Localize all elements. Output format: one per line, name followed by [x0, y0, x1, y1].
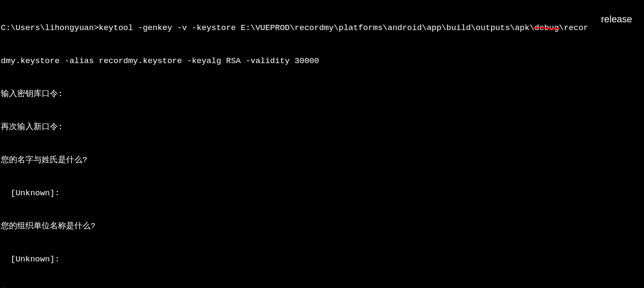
command-line-2: dmy.keystore -alias recordmy.keystore -k… [1, 56, 643, 67]
struck-text: debug [535, 23, 559, 33]
output-line: 输入密钥库口令: [1, 89, 643, 100]
command-text-1: keytool -genkey -v -keystore E:\VUEPROD\… [99, 23, 535, 33]
command-text-2: \recor [559, 23, 588, 33]
terminal-output[interactable]: C:\Users\lihongyuan>keytool -genkey -v -… [1, 1, 643, 288]
command-line-1: C:\Users\lihongyuan>keytool -genkey -v -… [1, 23, 643, 34]
output-line: 您的名字与姓氏是什么? [1, 155, 643, 166]
output-line: 再次输入新口令: [1, 122, 643, 133]
release-annotation: release [601, 13, 632, 26]
output-line: [Unknown]: [1, 188, 643, 199]
output-line: [Unknown]: [1, 254, 643, 265]
struck-word: debug [535, 23, 559, 34]
prompt: C:\Users\lihongyuan> [1, 23, 99, 33]
output-line: 您的组织单位名称是什么? [1, 221, 643, 232]
